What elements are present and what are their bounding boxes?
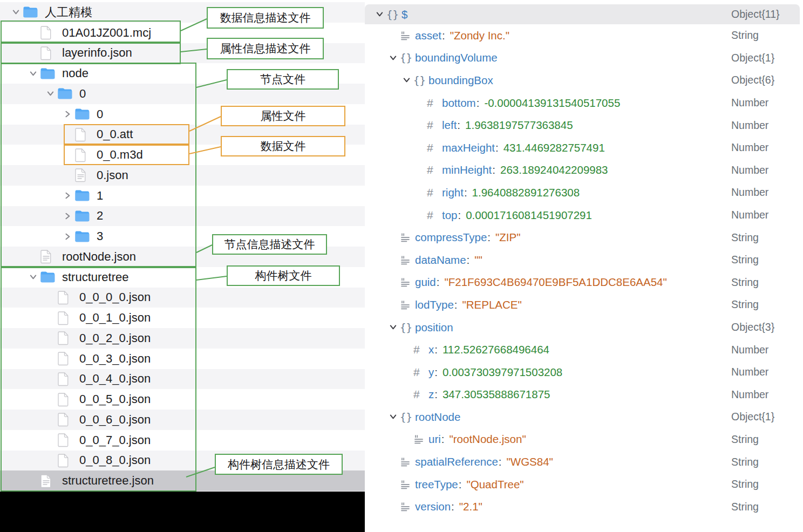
disclosure-chevron-icon[interactable] <box>9 9 23 16</box>
string-type-icon <box>400 299 415 310</box>
key-value-colon: : <box>495 141 499 154</box>
collapse-chevron-icon[interactable] <box>386 413 400 420</box>
number-type-icon: # <box>427 209 442 222</box>
json-row[interactable]: asset:"Zondy Inc."String <box>365 24 803 47</box>
json-key: x <box>428 343 434 356</box>
json-type-label: String <box>731 298 759 311</box>
annotation-callout: 属性文件 <box>221 106 345 126</box>
json-type-label: String <box>731 231 759 244</box>
collapse-chevron-icon[interactable] <box>386 54 400 62</box>
outline-box-mcj <box>1 21 181 43</box>
json-key: $ <box>402 8 407 21</box>
json-row[interactable]: #left:1.9638197577363845Number <box>365 114 803 137</box>
annotation-callout: 数据文件 <box>221 136 345 156</box>
json-type-label: Object{1} <box>731 411 774 423</box>
json-key: uri <box>428 433 441 446</box>
string-type-icon <box>400 501 415 512</box>
key-value-colon: : <box>477 97 480 110</box>
annotation-label: 数据文件 <box>261 139 306 154</box>
json-root-row[interactable]: {}$Object{11} <box>365 4 800 24</box>
json-value: "2.1" <box>459 500 482 513</box>
annotation-label: 属性文件 <box>261 108 306 124</box>
json-type-label: Number <box>731 97 768 109</box>
json-row[interactable]: #right:1.9640882891276308Number <box>365 181 803 204</box>
json-value: 1.9640882891276308 <box>472 186 580 199</box>
key-value-colon: : <box>499 455 502 468</box>
json-key: boundingBox <box>428 74 493 87</box>
json-value: "rootNode.json" <box>450 433 526 446</box>
json-type-label: String <box>731 478 759 490</box>
json-key: top <box>442 209 458 222</box>
string-type-icon <box>400 30 415 41</box>
string-type-icon <box>400 255 415 265</box>
json-key: boundingVolume <box>415 51 498 64</box>
object-type-icon: {} <box>413 74 428 86</box>
number-type-icon: # <box>427 163 442 176</box>
json-value: 431.4469282757491 <box>503 141 605 154</box>
json-value: 0.0001716081451907291 <box>466 209 592 222</box>
json-row[interactable]: lodType:"REPLACE"String <box>365 294 803 316</box>
json-row[interactable]: treeType:"QuadTree"String <box>365 473 803 496</box>
string-type-icon <box>400 277 415 288</box>
json-value: "ZIP" <box>495 231 520 244</box>
json-row[interactable]: spatialReference:"WGS84"String <box>365 451 803 473</box>
json-value: "WGS84" <box>507 455 553 468</box>
annotation-callout: 属性信息描述文件 <box>207 38 324 59</box>
json-key: maxHeight <box>442 141 495 154</box>
annotation-label: 节点文件 <box>260 72 305 87</box>
key-value-colon: : <box>487 231 491 244</box>
json-row[interactable]: #x:112.52627668496464Number <box>365 338 803 361</box>
json-key: z <box>428 388 434 401</box>
screenshot-stage: 人工精模01A01JZ001.mcjlayerinfo.jsonnode000_… <box>0 0 803 532</box>
annotation-callout: 节点信息描述文件 <box>212 234 327 255</box>
json-row[interactable]: #maxHeight:431.4469282757491Number <box>365 137 803 159</box>
annotation-label: 属性信息描述文件 <box>220 41 311 56</box>
json-row[interactable]: {}positionObject{3} <box>365 316 803 339</box>
object-type-icon: {} <box>400 411 415 423</box>
json-row[interactable]: {}rootNodeObject{1} <box>365 406 803 428</box>
object-type-icon: {} <box>400 52 415 64</box>
json-row[interactable]: version:"2.1"String <box>365 495 803 518</box>
key-value-colon: : <box>464 186 467 199</box>
key-value-colon: : <box>434 388 438 401</box>
key-value-colon: : <box>434 366 438 379</box>
json-viewer: {}$Object{11}asset:"Zondy Inc."String{}b… <box>365 4 803 518</box>
outline-box-att <box>64 124 189 145</box>
json-row[interactable]: #top:0.0001716081451907291Number <box>365 204 803 227</box>
number-type-icon: # <box>413 388 428 401</box>
json-type-label: String <box>731 433 759 446</box>
string-type-icon <box>413 434 428 445</box>
key-value-colon: : <box>434 343 438 356</box>
json-row[interactable]: uri:"rootNode.json"String <box>365 428 803 451</box>
json-type-label: String <box>731 29 759 42</box>
json-row[interactable]: dataName:""String <box>365 249 803 271</box>
annotation-label: 数据信息描述文件 <box>220 10 311 25</box>
collapse-chevron-icon[interactable] <box>372 11 386 18</box>
json-row[interactable]: #z:347.30535888671875Number <box>365 384 803 406</box>
json-row[interactable]: #y:0.003730397971503208Number <box>365 361 803 384</box>
key-value-colon: : <box>454 298 458 311</box>
collapse-chevron-icon[interactable] <box>399 77 413 84</box>
json-row[interactable]: compressType:"ZIP"String <box>365 226 803 249</box>
file-tree-panel: 人工精模01A01JZ001.mcjlayerinfo.jsonnode000_… <box>0 0 365 492</box>
number-type-icon: # <box>427 186 442 199</box>
json-row[interactable]: guid:"F21F693C4B69470E9BF5A1DDC8E6AA54"S… <box>365 271 803 294</box>
json-row[interactable]: {}boundingVolumeObject{1} <box>365 47 803 70</box>
json-type-label: String <box>731 254 759 266</box>
object-type-icon: {} <box>386 9 402 21</box>
json-value: "F21F693C4B69470E9BF5A1DDC8E6AA54" <box>444 276 666 289</box>
json-key: guid <box>415 276 436 289</box>
json-row[interactable]: #minHeight:263.18924042209983Number <box>365 159 803 182</box>
json-row[interactable]: #bottom:-0.00004139131540517055Number <box>365 92 803 114</box>
json-value: "Zondy Inc." <box>450 29 509 42</box>
json-key: rootNode <box>415 411 460 424</box>
key-value-colon: : <box>467 254 470 267</box>
key-value-colon: : <box>492 163 495 176</box>
collapse-chevron-icon[interactable] <box>386 324 400 331</box>
bottom-left-filler <box>0 492 365 532</box>
string-type-icon <box>400 232 415 243</box>
json-key: compressType <box>415 231 487 244</box>
json-row[interactable]: {}boundingBoxObject{6} <box>365 69 803 92</box>
json-viewer-panel: {}$Object{11}asset:"Zondy Inc."String{}b… <box>365 0 803 532</box>
number-type-icon: # <box>427 119 442 132</box>
